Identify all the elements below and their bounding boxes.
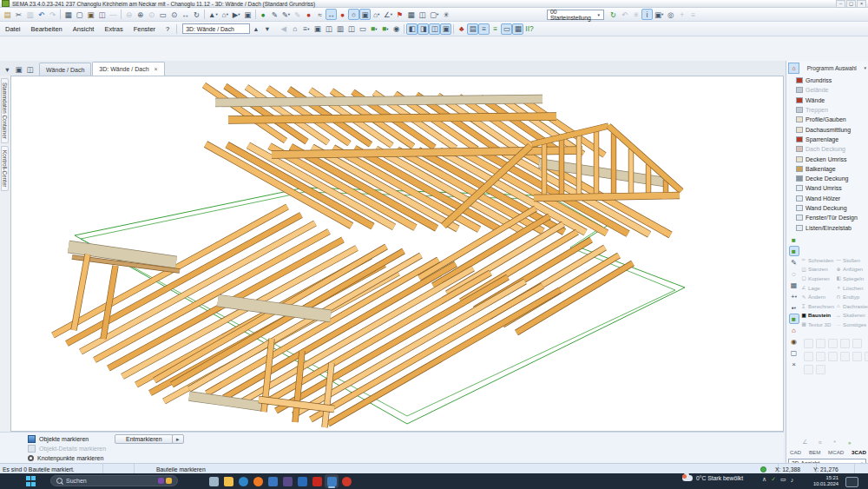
add-icon[interactable]: + — [676, 9, 687, 20]
menu-extras[interactable]: Extras — [99, 23, 128, 35]
pencil-icon[interactable]: ✎ — [269, 9, 280, 20]
cube-a-icon[interactable]: ■▾ — [368, 23, 379, 35]
panel-grid-button[interactable] — [840, 352, 850, 361]
sidebar-tab-stammdaten[interactable]: Stammdaten Container — [1, 78, 9, 143]
tool-spiegeln[interactable]: ◧Spiegeln — [836, 274, 868, 283]
monitor-settings-icon[interactable]: ▣ — [312, 23, 323, 35]
display-opt-icon[interactable]: ▣▾ — [653, 9, 665, 20]
refresh-icon[interactable]: ↻ — [608, 9, 619, 20]
tile-4-icon[interactable]: ▣ — [440, 23, 451, 35]
angle-mode-icon[interactable]: ∠▾ — [382, 9, 394, 20]
roof-red-icon[interactable]: ⌂ — [789, 325, 799, 335]
view-up-icon[interactable]: ▴ — [250, 23, 261, 35]
texture-icon[interactable]: ▦ — [789, 280, 799, 290]
tool-kopieren[interactable]: ▢Kopieren — [801, 274, 836, 283]
undo-view-icon[interactable]: ↶ — [619, 9, 630, 20]
tile-1-icon[interactable]: ◧ — [406, 23, 418, 35]
taskbar-media-app-icon[interactable] — [280, 474, 294, 488]
program-item-dach-deckung[interactable]: Dach Deckung — [786, 144, 868, 154]
draw-icon[interactable]: ✎ — [789, 257, 799, 268]
copy-mode-icon[interactable]: ▣ — [359, 9, 371, 20]
taskbar-photos-icon[interactable] — [266, 474, 279, 488]
home-plan-icon[interactable]: ⌂ — [289, 23, 300, 35]
tool-textur-3d[interactable]: ▦Textur 3D — [801, 320, 836, 329]
3d-viewport[interactable] — [10, 76, 784, 432]
tray-icon-3[interactable]: ♪ — [791, 477, 794, 483]
mark-nodes-icon[interactable] — [28, 455, 34, 461]
cut-icon[interactable]: ✂ — [13, 9, 24, 20]
zoom-all-icon[interactable]: ⊙ — [168, 9, 180, 20]
taskbar-search[interactable]: Suchen — [50, 475, 178, 486]
start-button[interactable] — [26, 476, 36, 486]
cad-list-icon[interactable]: ≡ — [815, 438, 825, 446]
cube-green-icon[interactable]: ■ — [789, 235, 799, 245]
tree-icon[interactable]: ♣ — [456, 23, 467, 35]
select-options-button[interactable]: ▸ — [172, 434, 184, 444]
tool-lage[interactable]: ∠Lage — [801, 283, 836, 293]
minimize-button[interactable]: – — [836, 0, 845, 8]
export-list-icon[interactable]: ≡ — [490, 23, 501, 35]
zoom-in-icon[interactable]: ⊕ — [135, 9, 146, 20]
close-tab-icon[interactable]: × — [155, 66, 158, 72]
prev-view-icon[interactable]: ◀ — [278, 23, 289, 35]
fullscreen-icon[interactable]: ▣ — [242, 9, 253, 20]
cad-ball-icon[interactable]: ● — [845, 438, 854, 446]
sheet-info-icon[interactable]: ▤ — [467, 23, 478, 35]
lock-icon[interactable]: ▪▾ — [789, 302, 799, 313]
panel-grid-button[interactable] — [852, 352, 862, 361]
erase-icon[interactable]: ◌ — [789, 268, 799, 279]
print-icon[interactable]: ▦ — [62, 9, 74, 20]
program-item-wand-hölzer[interactable]: Wand Hölzer — [786, 194, 868, 203]
maximize-button[interactable]: ▢ — [846, 0, 856, 8]
zoom-prev-icon[interactable]: ⊙ — [146, 9, 157, 20]
marker-red-icon[interactable]: ● — [303, 9, 314, 20]
panel-grid-button[interactable] — [816, 365, 825, 374]
tab-menu-icon[interactable]: ▾ — [2, 63, 13, 75]
dimension-icon[interactable]: ↔ — [326, 9, 337, 20]
tool-endtyp[interactable]: ⊓Endtyp — [836, 292, 868, 301]
camera-2-icon[interactable]: ◉ — [789, 336, 799, 347]
sheet-icon[interactable]: ▢ — [789, 347, 799, 358]
tab-waende-dach[interactable]: Wände / Dach — [39, 63, 91, 76]
grid-2-icon[interactable]: ▦ — [512, 23, 523, 35]
cad-angle-icon[interactable]: ∠ — [800, 438, 810, 446]
tool-stanzen[interactable]: ◫Stanzen — [801, 265, 836, 274]
panel-grid-button[interactable] — [852, 339, 862, 348]
program-item-sparrenlage[interactable]: Sparrenlage — [786, 135, 868, 144]
plus-small-icon[interactable]: +▾ — [789, 291, 799, 301]
panel-tab-bem[interactable]: BEM — [807, 448, 822, 456]
layer-list-icon[interactable]: ≡▾ — [300, 23, 312, 35]
panel-tab-cad[interactable]: CAD — [788, 448, 803, 456]
split-window-icon[interactable]: ◫ — [345, 23, 357, 35]
tool-sonstiges[interactable]: …Sonstiges — [836, 320, 868, 329]
tool-skalieren[interactable]: ↔Skalieren — [836, 311, 868, 320]
close-panel-icon[interactable]: × — [789, 359, 799, 369]
grid-icon[interactable]: ▦ — [405, 9, 417, 20]
roof-icon[interactable]: ⌂ — [788, 63, 799, 74]
new-doc-icon[interactable]: ▢ — [74, 9, 85, 20]
program-item-balkenlage[interactable]: Balkenlage — [786, 164, 868, 174]
tab-3d-waende-dach[interactable]: 3D: Wände / Dach × — [92, 62, 164, 76]
close-button[interactable]: × — [857, 0, 866, 8]
taskbar-app-red-c-icon[interactable] — [339, 474, 353, 488]
cube-green-sel-icon[interactable]: ■ — [789, 246, 799, 256]
tool-dachraster[interactable]: ⌂Dachraster — [836, 301, 868, 311]
taskbar-file-explorer-icon[interactable] — [221, 474, 235, 488]
tool-berechnen[interactable]: ∑Berechnen — [801, 301, 836, 311]
tile-2-icon[interactable]: ◨ — [418, 23, 429, 35]
monitor-2-icon[interactable]: ▭ — [501, 23, 512, 35]
view-combobox[interactable]: 3D: Wände / Dach — [182, 23, 250, 34]
flip-page-icon[interactable]: ◫ — [323, 23, 334, 35]
panel-grid-button[interactable] — [865, 352, 868, 361]
taskbar-firefox-icon[interactable] — [251, 474, 265, 488]
panel-tab-mcad[interactable]: MCAD — [826, 448, 845, 456]
tool-ändern[interactable]: ✎Ändern — [801, 292, 836, 301]
search-parts-icon[interactable]: ◎ — [665, 9, 676, 20]
panel-grid-button[interactable] — [804, 339, 813, 348]
cube-b-icon[interactable]: ■▾ — [379, 23, 391, 35]
split-view-icon[interactable]: ◫ — [24, 63, 36, 75]
tool-löschen[interactable]: ×Löschen — [836, 283, 868, 293]
tool-anfügen[interactable]: ⊕Anfügen — [836, 265, 868, 274]
pan-icon[interactable]: ↔ — [180, 9, 191, 20]
view-dir-icon[interactable]: ▶▾ — [231, 9, 242, 20]
